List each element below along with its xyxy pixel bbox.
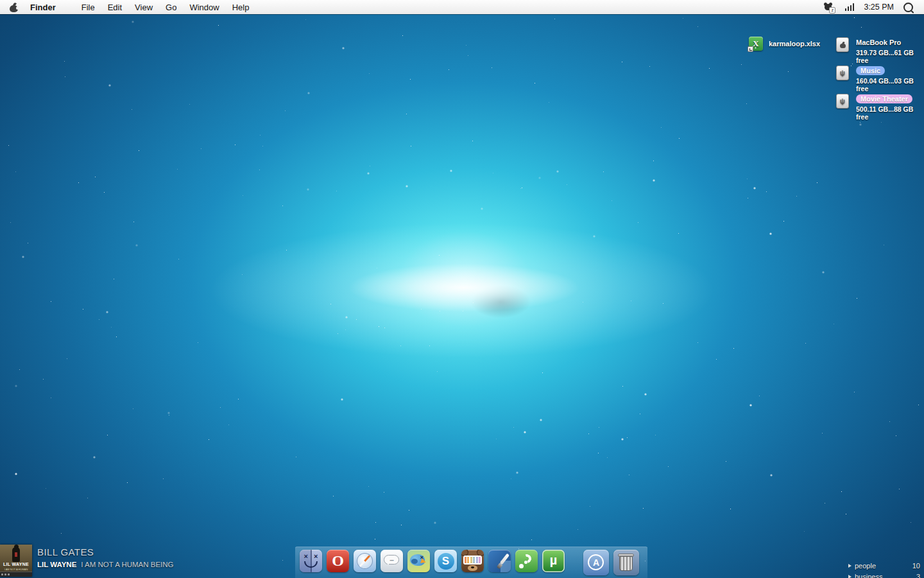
drive-name: MacBook Pro (856, 38, 901, 47)
drive-name: Movie Theater (856, 94, 912, 103)
drive-free-space: 319.73 GB...61 GB free (856, 49, 924, 64)
drive-free-space: 500.11 GB...88 GB free (856, 105, 924, 121)
internal-drive-icon (836, 37, 849, 52)
menu-list: File Edit View Go Window Help (69, 3, 250, 12)
twitter-bird-icon: × (407, 550, 430, 572)
menu-go[interactable]: Go (166, 3, 176, 12)
menu-bar-status-area: z 3:25 PM (814, 3, 916, 12)
tag-row-people[interactable]: people 10 (848, 560, 920, 571)
dock-item-finder[interactable]: × × (300, 550, 322, 572)
album-art-figure (12, 547, 20, 562)
menu-view[interactable]: View (135, 3, 153, 12)
active-app-name[interactable]: Finder (30, 3, 56, 12)
dock-item-safari[interactable] (354, 550, 376, 572)
dock-item-opera[interactable]: O (327, 550, 349, 572)
usb-drive-icon (836, 94, 849, 109)
finder-icon: × × (300, 550, 322, 572)
track-title: BILL GATES (37, 547, 174, 557)
drive-name: Music (856, 66, 885, 75)
dock-item-trash[interactable] (613, 550, 639, 575)
alias-badge-icon (748, 46, 753, 52)
spotlight-icon[interactable] (903, 3, 913, 12)
dock-item-messages[interactable]: – (381, 550, 403, 572)
tag-label: business (855, 573, 916, 578)
menu-bar-clock[interactable]: 3:25 PM (864, 3, 894, 12)
utorrent-icon: µ (542, 550, 565, 572)
dock-item-app-store[interactable]: A (583, 550, 609, 575)
disclosure-triangle-icon[interactable] (848, 575, 851, 578)
file-name: karmaloop.xlsx (769, 40, 820, 48)
tag-count: 10 (912, 562, 920, 570)
trash-icon (613, 550, 639, 575)
green-swirl-icon (515, 550, 538, 572)
track-album: I AM NOT A HUMAN BEING (81, 561, 173, 568)
dock-item-paintbrush-app[interactable] (488, 550, 511, 572)
menu-window[interactable]: Window (189, 3, 219, 12)
tag-label: people (855, 562, 912, 570)
signal-bars-icon[interactable] (844, 3, 854, 11)
now-playing-widget[interactable]: LIL WAYNE I AM NOT A HUMAN BEING BILL GA… (0, 545, 174, 577)
creature-z-icon[interactable]: z (823, 3, 834, 12)
menu-help[interactable]: Help (232, 3, 250, 12)
album-art: LIL WAYNE I AM NOT A HUMAN BEING (0, 545, 32, 577)
desktop-drive-movie-theater[interactable]: Movie Theater 500.11 GB...88 GB free (836, 94, 924, 121)
track-artist: LIL WAYNE (37, 561, 76, 568)
chat-bubble-icon: – (381, 550, 403, 572)
desktop-file-karmaloop[interactable]: X karmaloop.xlsx (749, 37, 820, 51)
dock: × × O – × S (295, 547, 647, 578)
album-art-title: LIL WAYNE (0, 562, 32, 566)
menu-edit[interactable]: Edit (108, 3, 122, 12)
skype-icon: S (434, 550, 457, 572)
menu-bar: Finder File Edit View Go Window Help z 3… (0, 0, 924, 14)
dock-item-twitter[interactable]: × (407, 550, 430, 572)
disclosure-triangle-icon[interactable] (848, 564, 851, 568)
desktop-drive-music[interactable]: Music 160.04 GB...03 GB free (836, 66, 924, 92)
tag-list-widget: people 10 business 3 lol 1 (848, 560, 920, 578)
dock-item-bear-app[interactable] (461, 550, 484, 572)
paintbrush-icon (488, 550, 511, 572)
tag-row-business[interactable]: business 3 (848, 571, 920, 578)
desktop-drive-macbook-pro[interactable]: MacBook Pro 319.73 GB...61 GB free (836, 37, 924, 64)
dock-item-messenger-app[interactable] (515, 550, 538, 572)
macos-desktop: Finder File Edit View Go Window Help z 3… (0, 0, 924, 578)
menu-file[interactable]: File (81, 3, 95, 12)
desktop-wallpaper: X karmaloop.xlsx MacBook Pro 319.73 GB..… (0, 14, 924, 578)
bear-shades-icon (461, 550, 484, 572)
safari-icon (354, 550, 376, 572)
opera-icon: O (327, 550, 349, 572)
excel-file-icon: X (749, 37, 763, 51)
dock-item-utorrent[interactable]: µ (542, 550, 565, 572)
album-art-bar (0, 572, 32, 577)
usb-drive-icon (836, 66, 849, 80)
tag-count: 3 (916, 573, 920, 578)
apple-menu-icon[interactable] (10, 3, 18, 12)
dock-item-skype[interactable]: S (434, 550, 457, 572)
app-store-icon: A (583, 550, 609, 575)
starfield (0, 14, 1, 15)
starfield-bright (0, 14, 1, 15)
drive-free-space: 160.04 GB...03 GB free (856, 77, 924, 92)
